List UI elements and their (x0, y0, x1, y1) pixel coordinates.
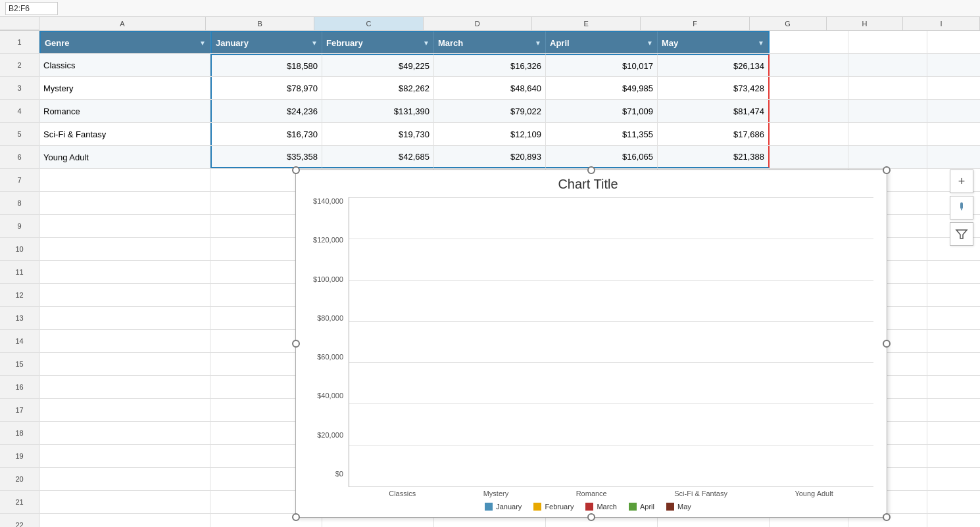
genre-dropdown-arrow[interactable]: ▼ (199, 39, 206, 47)
cell-b4[interactable]: $24,236 (210, 100, 322, 122)
cell-d2[interactable]: $16,326 (434, 54, 546, 76)
row-num-11: 11 (0, 261, 39, 283)
cell-a19[interactable] (39, 445, 210, 467)
spreadsheet: B2:F6 A B C D E F G H I 1 Genre ▼ Januar… (0, 0, 980, 527)
cell-e4[interactable]: $71,009 (546, 100, 658, 122)
handle-bottom-right[interactable] (883, 513, 891, 521)
cell-g1 (770, 31, 848, 53)
cell-a17[interactable] (39, 399, 210, 421)
header-may[interactable]: May ▼ (658, 31, 770, 53)
cell-a20[interactable] (39, 468, 210, 490)
mar-dropdown-arrow[interactable]: ▼ (535, 39, 541, 47)
cell-a2[interactable]: Classics (39, 54, 210, 76)
cell-c5[interactable]: $19,730 (322, 123, 434, 145)
cell-i6 (927, 146, 980, 168)
chart-tools: + (950, 170, 973, 246)
y-axis-label: $60,000 (317, 353, 343, 361)
cell-a6[interactable]: Young Adult (39, 146, 210, 168)
cell-c4[interactable]: $131,390 (322, 100, 434, 122)
cell-a18[interactable] (39, 422, 210, 444)
cell-a21[interactable] (39, 491, 210, 513)
cell-i21 (927, 491, 980, 513)
header-genre[interactable]: Genre ▼ (39, 31, 210, 53)
cell-e3[interactable]: $49,985 (546, 77, 658, 99)
jan-dropdown-arrow[interactable]: ▼ (311, 39, 318, 47)
chart-add-button[interactable]: + (950, 170, 973, 193)
col-header-a[interactable]: A (39, 17, 206, 30)
cell-a22[interactable] (39, 514, 210, 527)
col-header-d[interactable]: D (424, 17, 532, 30)
col-header-i[interactable]: I (903, 17, 980, 30)
cell-a11[interactable] (39, 261, 210, 283)
cell-c2[interactable]: $49,225 (322, 54, 434, 76)
header-january[interactable]: January ▼ (210, 31, 322, 53)
col-header-b[interactable]: B (206, 17, 314, 30)
cell-h6 (848, 146, 927, 168)
col-header-f[interactable]: F (641, 17, 749, 30)
apr-dropdown-arrow[interactable]: ▼ (647, 39, 653, 47)
col-header-e[interactable]: E (532, 17, 641, 30)
cell-f6[interactable]: $21,388 (658, 146, 770, 168)
cell-b3[interactable]: $78,970 (210, 77, 322, 99)
cell-b6[interactable]: $35,358 (210, 146, 322, 168)
cell-d4[interactable]: $79,022 (434, 100, 546, 122)
cell-a9[interactable] (39, 215, 210, 237)
header-march[interactable]: March ▼ (434, 31, 546, 53)
cell-a5[interactable]: Sci-Fi & Fantasy (39, 123, 210, 145)
header-february[interactable]: February ▼ (322, 31, 434, 53)
col-header-h[interactable]: H (827, 17, 904, 30)
cell-a14[interactable] (39, 330, 210, 352)
row-num-9: 9 (0, 215, 39, 237)
chart-style-button[interactable] (950, 196, 973, 219)
cell-a16[interactable] (39, 376, 210, 398)
cell-a15[interactable] (39, 353, 210, 375)
cell-a7[interactable] (39, 169, 210, 191)
bars-canvas (349, 197, 873, 487)
handle-top-center[interactable] (587, 166, 595, 174)
cell-i12 (927, 284, 980, 306)
handle-top-left[interactable] (292, 166, 300, 174)
table-row-2: 2 Classics $18,580 $49,225 $16,326 $10,0… (0, 54, 980, 77)
header-april[interactable]: April ▼ (546, 31, 658, 53)
may-dropdown-arrow[interactable]: ▼ (758, 39, 764, 47)
x-axis-label: Young Adult (795, 490, 833, 497)
handle-mid-right[interactable] (883, 340, 891, 348)
cell-a3[interactable]: Mystery (39, 77, 210, 99)
col-header-c[interactable]: C (314, 17, 423, 30)
name-box[interactable]: B2:F6 (5, 2, 58, 15)
cell-a8[interactable] (39, 192, 210, 214)
legend-label-january: January (496, 503, 522, 511)
cell-f5[interactable]: $17,686 (658, 123, 770, 145)
handle-top-right[interactable] (883, 166, 891, 174)
cell-d5[interactable]: $12,109 (434, 123, 546, 145)
cell-d6[interactable]: $20,893 (434, 146, 546, 168)
y-axis-label: $20,000 (317, 431, 343, 439)
header-mar-label: March (438, 38, 463, 48)
handle-mid-left[interactable] (292, 340, 300, 348)
chart-filter-button[interactable] (950, 222, 973, 246)
cell-f2[interactable]: $26,134 (658, 54, 770, 76)
cell-a4[interactable]: Romance (39, 100, 210, 122)
legend-item-april: April (629, 503, 654, 511)
feb-dropdown-arrow[interactable]: ▼ (423, 39, 429, 47)
cell-e6[interactable]: $16,065 (546, 146, 658, 168)
corner-cell (0, 17, 39, 30)
cell-b5[interactable]: $16,730 (210, 123, 322, 145)
legend-label-march: March (597, 503, 617, 511)
cell-a10[interactable] (39, 238, 210, 260)
chart-container[interactable]: Chart Title $140,000$120,000$100,000$80,… (295, 170, 887, 518)
handle-bottom-center[interactable] (587, 513, 595, 521)
cell-d3[interactable]: $48,640 (434, 77, 546, 99)
row-num-6: 6 (0, 146, 39, 168)
cell-a12[interactable] (39, 284, 210, 306)
cell-e5[interactable]: $11,355 (546, 123, 658, 145)
col-header-g[interactable]: G (750, 17, 827, 30)
cell-e2[interactable]: $10,017 (546, 54, 658, 76)
cell-b2[interactable]: $18,580 (210, 54, 322, 76)
cell-f4[interactable]: $81,474 (658, 100, 770, 122)
handle-bottom-left[interactable] (292, 513, 300, 521)
cell-c6[interactable]: $42,685 (322, 146, 434, 168)
cell-c3[interactable]: $82,262 (322, 77, 434, 99)
cell-a13[interactable] (39, 307, 210, 329)
cell-f3[interactable]: $73,428 (658, 77, 770, 99)
